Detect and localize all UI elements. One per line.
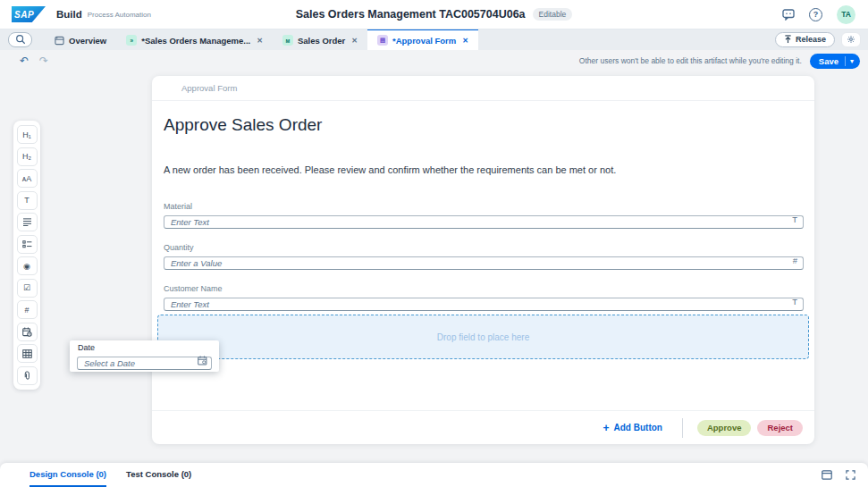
process-icon: ᴍ <box>282 35 293 46</box>
table-icon[interactable] <box>17 344 38 363</box>
number-field-icon[interactable]: # <box>17 300 38 319</box>
tab-design-console[interactable]: Design Console (0) <box>29 463 106 487</box>
close-icon[interactable]: ✕ <box>462 37 468 45</box>
redo-icon[interactable]: ↷ <box>39 55 48 67</box>
dragged-date-field[interactable]: Date <box>70 340 219 372</box>
sap-logo: SAP <box>12 6 46 22</box>
sap-logo-text: SAP <box>12 10 34 20</box>
release-label: Release <box>796 35 826 44</box>
date-field-icon[interactable] <box>17 323 38 341</box>
text-type-icon: T <box>792 297 797 306</box>
user-avatar[interactable]: TA <box>837 5 855 24</box>
tab-overview[interactable]: Overview <box>45 29 116 50</box>
checkbox-icon[interactable]: ☑ <box>17 279 38 298</box>
help-glyph: ? <box>809 8 822 21</box>
process-icon: » <box>126 35 137 46</box>
save-label: Save <box>810 56 845 66</box>
overview-icon <box>55 36 64 46</box>
field-palette: H₁ H₂ ᴀA T ◉ ☑ # <box>13 121 40 390</box>
product-name: Build <box>56 9 82 20</box>
tab-label: *Sales Orders Manageme... <box>141 36 250 46</box>
chevron-down-icon[interactable]: ▾ <box>846 57 860 65</box>
plus-icon: + <box>603 422 609 434</box>
field-label-material: Material <box>164 202 192 211</box>
date-field-input-wrap <box>77 354 212 367</box>
field-label-quantity: Quantity <box>164 243 194 252</box>
app-window: SAP Build Process Automation Sales Order… <box>0 0 868 487</box>
heading1-icon[interactable]: H₁ <box>17 125 38 144</box>
form-card-header: Approval Form <box>152 76 814 101</box>
artifact-tab-strip: Overview » *Sales Orders Manageme... ✕ ᴍ… <box>0 29 868 50</box>
date-input[interactable] <box>77 357 212 370</box>
tab-label: Sales Order <box>298 36 345 46</box>
product-tagline: Process Automation <box>88 11 151 19</box>
project-title: Sales Orders Management TAC005704U06a <box>296 8 526 21</box>
field-customer-name: T <box>164 295 804 308</box>
font-style-icon[interactable]: ᴀA <box>17 169 38 188</box>
shell-header: SAP Build Process Automation Sales Order… <box>0 0 868 29</box>
add-button-label: Add Button <box>614 423 662 432</box>
editable-badge: Editable <box>533 8 573 21</box>
feedback-icon[interactable] <box>782 9 795 21</box>
calendar-icon <box>198 356 207 365</box>
approve-button[interactable]: Approve <box>697 420 752 436</box>
attachment-icon[interactable] <box>17 366 38 385</box>
tab-test-console[interactable]: Test Console (0) <box>126 463 191 487</box>
editor-toolbar: ↶ ↷ Other users won't be able to edit th… <box>0 50 868 71</box>
field-material: T <box>164 213 804 226</box>
close-icon[interactable]: ✕ <box>351 37 358 45</box>
search-artifacts-icon[interactable] <box>8 32 32 47</box>
form-editor-card: Approval Form Approve Sales Order A new … <box>152 76 814 444</box>
fullscreen-icon[interactable] <box>846 470 855 480</box>
console-actions <box>822 463 855 487</box>
shell-actions: ? TA <box>782 5 855 24</box>
tab-sales-order[interactable]: ᴍ Sales Order ✕ <box>273 29 367 50</box>
editor-toolbar-right: Other users won't be able to edit this a… <box>579 54 860 69</box>
undo-redo-group: ↶ ↷ <box>20 55 48 67</box>
release-button[interactable]: Release <box>775 32 835 47</box>
text-field-icon[interactable]: T <box>17 191 38 210</box>
paragraph-icon[interactable] <box>17 213 38 231</box>
radio-button-icon[interactable]: ◉ <box>17 256 38 275</box>
field-label-customer-name: Customer Name <box>164 284 223 293</box>
form-card-footer: + Add Button Approve Reject <box>152 410 814 444</box>
dock-panel-icon[interactable] <box>822 470 832 480</box>
undo-icon[interactable]: ↶ <box>20 55 29 67</box>
tab-approval-form[interactable]: ▤ *Approval Form ✕ <box>367 29 478 50</box>
upload-icon <box>784 35 792 44</box>
tab-label: *Approval Form <box>392 36 456 46</box>
heading2-icon[interactable]: H₂ <box>17 147 38 166</box>
reject-button[interactable]: Reject <box>757 420 803 436</box>
footer-divider <box>682 418 683 438</box>
material-input[interactable] <box>164 215 804 229</box>
field-quantity: # <box>164 254 804 267</box>
form-description[interactable]: A new order has been received. Please re… <box>164 164 616 175</box>
save-button[interactable]: Save ▾ <box>810 54 860 69</box>
number-type-icon: # <box>793 256 797 265</box>
field-drop-zone[interactable]: Drop field to place here <box>157 315 809 359</box>
add-button[interactable]: + Add Button <box>597 421 667 435</box>
quantity-input[interactable] <box>164 256 804 270</box>
settings-gear-icon[interactable] <box>841 32 861 47</box>
edit-lock-message: Other users won't be able to edit this a… <box>579 56 802 65</box>
console-bar: Design Console (0) Test Console (0) <box>0 463 868 487</box>
tab-label: Overview <box>69 36 106 46</box>
form-card-header-label: Approval Form <box>181 83 237 93</box>
drop-zone-hint: Drop field to place here <box>437 332 529 342</box>
tabstrip-actions: Release <box>775 29 861 50</box>
customer-name-input[interactable] <box>164 298 804 311</box>
tab-sales-orders-management[interactable]: » *Sales Orders Manageme... ✕ <box>116 29 273 50</box>
help-icon[interactable]: ? <box>809 8 822 21</box>
text-type-icon: T <box>792 214 797 224</box>
form-icon: ▤ <box>377 35 388 46</box>
checklist-icon[interactable] <box>17 235 38 254</box>
close-icon[interactable]: ✕ <box>257 37 263 45</box>
form-title[interactable]: Approve Sales Order <box>164 115 322 135</box>
date-field-label: Date <box>78 343 95 352</box>
